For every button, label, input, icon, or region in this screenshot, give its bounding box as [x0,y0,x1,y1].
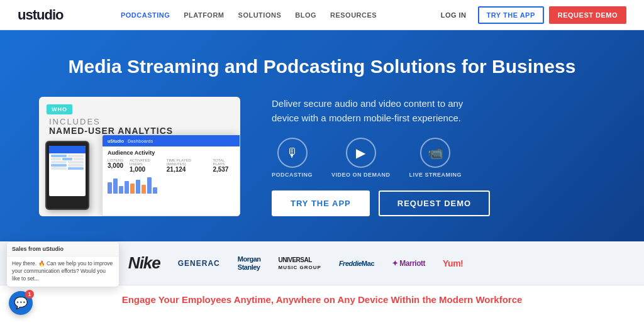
stat-listens-value: 3,000 [108,162,123,169]
stat-listens: Listens 3,000 [108,158,123,173]
nav-links: PODCASTING PLATFORM SOLUTIONS BLOG RESOU… [121,11,377,19]
bar-9 [153,187,157,194]
nav-podcasting[interactable]: PODCASTING [121,11,170,19]
logo-nike: Nike [128,253,160,273]
bar-5 [130,184,135,194]
try-app-hero-button[interactable]: TRY THE APP [272,190,370,216]
bar-8 [147,177,152,194]
bar-2 [113,179,118,194]
hero-section: Media Streaming and Podcasting Solutions… [0,30,644,241]
chat-notification-badge: 1 [25,290,34,299]
logos-list: LEGO Nike GENERAC MorganStanley UNIVERSA… [76,253,463,273]
dashboard-header: uStudio Dashboards [103,135,240,146]
login-button[interactable]: LOG IN [435,8,473,23]
nav-solutions[interactable]: SOLUTIONS [238,11,282,19]
dashboard-body: Audience Activity Listens 3,000 Activate… [103,146,240,197]
hero-icons: 🎙 PODCASTING ▶ VIDEO ON DEMAND 📹 LIVE ST… [272,138,605,178]
includes-label: INCLUDES [49,117,173,126]
bar-7 [142,185,146,194]
logo-marriott: ✦ Marriott [392,259,425,268]
icon-vod: ▶ VIDEO ON DEMAND [331,138,391,178]
icon-podcasting: 🎙 PODCASTING [272,138,313,178]
nav-buttons: LOG IN TRY THE APP REQUEST DEMO [435,6,626,24]
bar-1 [108,182,112,194]
nav-platform[interactable]: PLATFORM [184,11,224,19]
podcasting-label: PODCASTING [272,172,313,178]
phone-body [49,153,86,172]
logo-generac: GENERAC [178,259,220,268]
stat-plays-value: 2,537 [213,166,235,173]
podcasting-icon: 🎙 [277,138,308,168]
stats-row: Listens 3,000 Activated Users 1,000 Time… [108,158,235,173]
nav-blog[interactable]: BLOG [295,11,316,19]
hero-title: Media Streaming and Podcasting Solutions… [69,55,576,78]
logo-morgan: MorganStanley [238,255,261,270]
stat-plays-label: Total Plays [213,158,235,166]
stat-plays: Total Plays 2,537 [213,158,235,173]
stat-time-value: 21,124 [167,166,207,173]
hero-description: Deliver secure audio and video content t… [272,97,486,125]
chart-bars [108,176,235,194]
phone-screen [49,146,86,196]
dashboard-section: Dashboards [128,139,153,143]
phone-mockup [45,141,89,210]
logo-freddie: FreddieMac [339,260,374,267]
hero-right: Deliver secure audio and video content t… [272,97,605,216]
try-app-nav-button[interactable]: TRY THE APP [478,6,544,24]
stat-activated: Activated Users 1,000 [130,158,160,173]
tagline-text: Engage Your Employees Anytime, Anywhere … [19,294,625,305]
who-badge: WHO [47,104,72,114]
stat-activated-value: 1,000 [130,166,160,173]
chat-bubble-button[interactable]: 💬 1 [9,291,33,314]
live-icon: 📹 [420,138,450,168]
hero-image-panel: WHO INCLUDES NAMED-USER ANALYTICS [39,97,240,216]
cta-buttons: TRY THE APP REQUEST DEMO [272,190,605,216]
logo-universal: UNIVERSALMUSIC GROUP [279,256,321,270]
bottom-tagline: Engage Your Employees Anytime, Anywhere … [0,285,644,314]
stat-activated-label: Activated Users [130,158,160,166]
nav-resources[interactable]: RESOURCES [330,11,377,19]
includes-text: INCLUDES NAMED-USER ANALYTICS [49,117,173,136]
chat-header: Sales from uStudio [7,242,119,256]
chat-message: Hey there. 🔥 Can we help you to improve … [7,256,119,287]
phone-header [49,146,86,153]
icon-live: 📹 LIVE STREAMING [409,138,462,178]
request-demo-hero-button[interactable]: REQUEST DEMO [379,190,490,216]
chat-widget[interactable]: Sales from uStudio Hey there. 🔥 Can we h… [6,241,119,287]
bar-4 [125,181,129,194]
navbar: ustudio PODCASTING PLATFORM SOLUTIONS BL… [0,0,644,30]
bar-6 [136,180,140,194]
stat-time: Time Played (Minutes) 21,124 [167,158,207,173]
audience-title: Audience Activity [108,150,235,156]
hero-body: WHO INCLUDES NAMED-USER ANALYTICS [39,97,605,216]
logo[interactable]: ustudio [18,7,63,23]
bar-3 [119,186,123,194]
logo-yum: Yum! [443,258,463,268]
live-label: LIVE STREAMING [409,172,462,178]
stat-time-label: Time Played (Minutes) [167,158,207,166]
dashboard-mockup: uStudio Dashboards Audience Activity Lis… [102,135,240,216]
vod-label: VIDEO ON DEMAND [331,172,391,178]
vod-icon: ▶ [346,138,376,168]
dashboard-brand: uStudio [108,139,124,143]
request-demo-nav-button[interactable]: REQUEST DEMO [549,6,626,24]
